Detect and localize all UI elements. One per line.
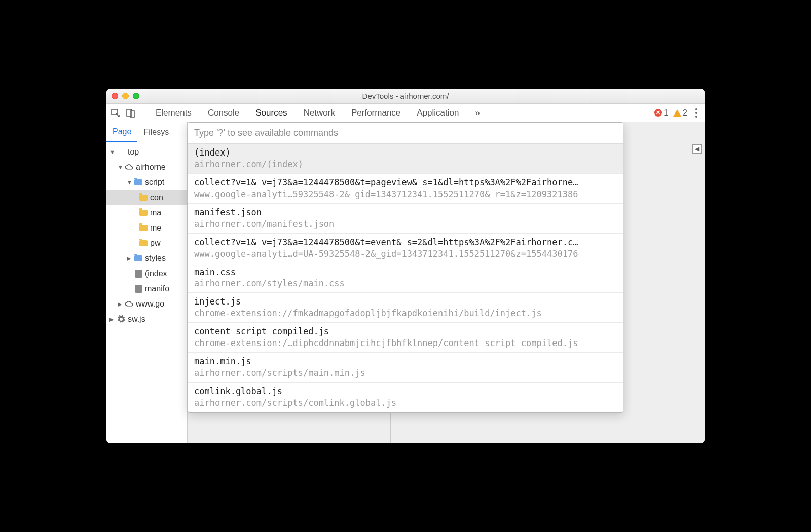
tab-application[interactable]: Application xyxy=(409,104,467,122)
tree-item-styles[interactable]: ▶styles xyxy=(106,251,187,266)
command-item[interactable]: collect?v=1&_v=j73&a=1244478500&t=event&… xyxy=(188,234,623,263)
command-results: (index)airhorner.com/(index) collect?v=1… xyxy=(188,144,623,412)
cloud-icon xyxy=(125,163,134,171)
sidebar-tabs: Page Filesys xyxy=(106,122,187,142)
tree-item-manifest[interactable]: manifo xyxy=(106,281,187,296)
panel-tabs: Elements Console Sources Network Perform… xyxy=(148,104,488,122)
warning-badge[interactable]: 2 xyxy=(673,108,687,118)
gear-icon xyxy=(117,315,126,323)
folder-icon xyxy=(139,210,148,216)
tab-network[interactable]: Network xyxy=(296,104,343,122)
tree-item[interactable]: ma xyxy=(106,205,187,220)
tree-item[interactable]: pw xyxy=(106,236,187,251)
tab-sources[interactable]: Sources xyxy=(247,104,295,122)
tab-performance[interactable]: Performance xyxy=(343,104,409,122)
command-item[interactable]: content_script_compiled.jschrome-extensi… xyxy=(188,323,623,353)
folder-icon xyxy=(139,225,148,231)
window-title: DevTools - airhorner.com/ xyxy=(106,92,705,100)
tree-item[interactable]: me xyxy=(106,220,187,236)
device-toggle-icon[interactable] xyxy=(126,108,136,118)
tab-overflow[interactable]: » xyxy=(467,104,488,122)
file-icon xyxy=(135,270,142,278)
tree-item-google[interactable]: ▶www.go xyxy=(106,296,187,312)
error-count: 1 xyxy=(663,108,668,118)
command-item[interactable]: main.min.jsairhorner.com/scripts/main.mi… xyxy=(188,353,623,383)
collapse-debugger-icon[interactable]: ◀ xyxy=(692,144,702,154)
folder-icon xyxy=(134,179,142,185)
error-icon: ✕ xyxy=(654,109,662,117)
cloud-icon xyxy=(125,300,134,308)
tree-item-top[interactable]: ▼top xyxy=(106,144,187,160)
folder-icon xyxy=(139,195,148,201)
tab-elements[interactable]: Elements xyxy=(148,104,200,122)
sidebar-tab-page[interactable]: Page xyxy=(106,122,137,142)
tree-item-index[interactable]: (index xyxy=(106,266,187,281)
file-icon xyxy=(135,285,142,293)
file-tree: ▼top ▼airhorne ▼script con ma me pw ▶sty… xyxy=(106,142,187,443)
command-item[interactable]: manifest.jsonairhorner.com/manifest.json xyxy=(188,204,623,234)
command-item[interactable]: main.cssairhorner.com/styles/main.css xyxy=(188,263,623,293)
command-item[interactable]: comlink.global.jsairhorner.com/scripts/c… xyxy=(188,383,623,412)
command-item[interactable]: collect?v=1&_v=j73&a=1244478500&t=pagevi… xyxy=(188,174,623,204)
kebab-menu-icon[interactable] xyxy=(692,108,701,118)
folder-icon xyxy=(139,240,148,246)
tree-item-scripts[interactable]: ▼script xyxy=(106,175,187,190)
devtools-window: DevTools - airhorner.com/ Elements Conso… xyxy=(106,89,705,443)
tree-item[interactable]: con xyxy=(106,190,187,205)
svg-rect-1 xyxy=(127,109,132,116)
warning-icon xyxy=(673,109,681,117)
command-menu: (index)airhorner.com/(index) collect?v=1… xyxy=(188,122,623,413)
warning-count: 2 xyxy=(683,108,687,118)
main-area: Page Filesys ▼top ▼airhorne ▼script con … xyxy=(106,122,705,443)
error-badge[interactable]: ✕ 1 xyxy=(654,108,668,118)
command-input[interactable] xyxy=(188,123,623,144)
sources-sidebar: Page Filesys ▼top ▼airhorne ▼script con … xyxy=(106,122,188,443)
frame-icon xyxy=(118,149,125,155)
command-item[interactable]: inject.jschrome-extension://fmkadmapgofa… xyxy=(188,293,623,323)
command-item[interactable]: (index)airhorner.com/(index) xyxy=(188,144,623,174)
tree-item-sw[interactable]: ▶sw.js xyxy=(106,312,187,327)
main-toolbar: Elements Console Sources Network Perform… xyxy=(106,104,705,122)
titlebar: DevTools - airhorner.com/ xyxy=(106,89,705,104)
inspect-icon[interactable] xyxy=(110,108,121,118)
tab-console[interactable]: Console xyxy=(200,104,247,122)
tree-item-domain[interactable]: ▼airhorne xyxy=(106,160,187,175)
folder-icon xyxy=(134,255,142,261)
sidebar-tab-filesystem[interactable]: Filesys xyxy=(137,122,175,142)
